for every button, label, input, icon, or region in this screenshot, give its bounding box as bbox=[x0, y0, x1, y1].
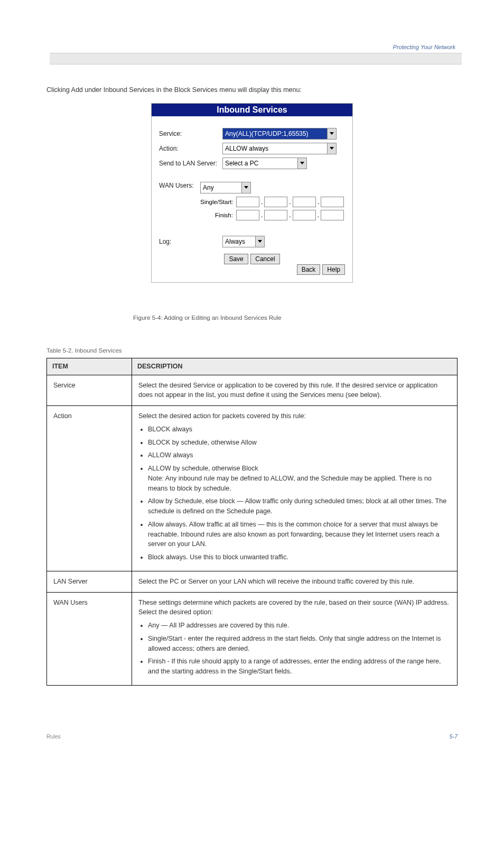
wan-desc-lead: These settings determine which packets a… bbox=[138, 599, 449, 616]
table-cell-item: WAN Users bbox=[47, 592, 132, 685]
footer-right: 5-7 bbox=[450, 733, 458, 740]
table-row: Action Select the desired action for pac… bbox=[47, 406, 458, 571]
chevron-down-icon bbox=[327, 128, 336, 139]
table-cell-item: LAN Server bbox=[47, 571, 132, 592]
log-select[interactable]: Always bbox=[222, 236, 265, 247]
lan-server-label: Send to LAN Server: bbox=[159, 160, 222, 167]
list-item: BLOCK always bbox=[148, 424, 451, 435]
chevron-down-icon bbox=[255, 236, 264, 247]
intro-paragraph: Clicking Add under Inbound Services in t… bbox=[46, 86, 458, 95]
action-select[interactable]: ALLOW always bbox=[222, 143, 337, 154]
table-header-desc: DESCRIPTION bbox=[132, 358, 458, 375]
table-row: LAN Server Select the PC or Server on yo… bbox=[47, 571, 458, 592]
ip-finish-octet-4[interactable] bbox=[321, 210, 344, 220]
table-row: Service Select the desired Service or ap… bbox=[47, 375, 458, 406]
lan-server-select[interactable]: Select a PC bbox=[222, 158, 307, 169]
help-button[interactable]: Help bbox=[322, 264, 345, 275]
inbound-services-panel: Inbound Services Service: Any(ALL)(TCP/U… bbox=[151, 103, 353, 283]
list-item: Allow always. Allow traffic at all times… bbox=[148, 520, 451, 549]
header-bar: Protecting Your Network bbox=[50, 53, 462, 64]
ip-start-octet-1[interactable] bbox=[236, 197, 259, 207]
header-right-text: Protecting Your Network bbox=[393, 44, 455, 50]
footer-left: Rules bbox=[46, 733, 61, 740]
ip-finish-octet-2[interactable] bbox=[264, 210, 287, 220]
chevron-down-icon bbox=[327, 143, 336, 154]
log-select-value: Always bbox=[225, 238, 245, 245]
action-desc-lead: Select the desired action for packets co… bbox=[138, 412, 306, 420]
action-select-value: ALLOW always bbox=[225, 145, 268, 152]
table-cell-item: Service bbox=[47, 375, 132, 406]
chevron-down-icon bbox=[297, 158, 306, 169]
wan-users-select[interactable]: Any bbox=[200, 182, 251, 193]
list-item: ALLOW by schedule, otherwise Block Note:… bbox=[148, 464, 451, 493]
page-footer: Rules 5-7 bbox=[46, 733, 458, 740]
table-cell-desc: These settings determine which packets a… bbox=[132, 592, 458, 685]
wan-users-select-value: Any bbox=[203, 184, 214, 191]
finish-label: Finish: bbox=[200, 212, 233, 218]
list-item: BLOCK by schedule, otherwise Allow bbox=[148, 438, 451, 448]
back-button[interactable]: Back bbox=[297, 264, 321, 275]
list-item: Any — All IP addresses are covered by th… bbox=[148, 621, 451, 631]
list-item: Single/Start - enter the required addres… bbox=[148, 634, 451, 654]
ip-start-octet-2[interactable] bbox=[264, 197, 287, 207]
list-item: ALLOW always bbox=[148, 450, 451, 460]
service-select-value: Any(ALL)(TCP/UDP:1,65535) bbox=[225, 130, 308, 137]
panel-title: Inbound Services bbox=[152, 104, 352, 116]
table-cell-desc: Select the PC or Server on your LAN whic… bbox=[132, 571, 458, 592]
table-caption: Table 5-2. Inbound Services bbox=[46, 347, 458, 354]
table-cell-desc: Select the desired Service or applicatio… bbox=[132, 375, 458, 406]
table-row: WAN Users These settings determine which… bbox=[47, 592, 458, 685]
lan-server-select-value: Select a PC bbox=[225, 160, 258, 167]
log-label: Log: bbox=[159, 238, 222, 245]
chevron-down-icon bbox=[241, 182, 250, 193]
ip-start-octet-4[interactable] bbox=[321, 197, 344, 207]
list-item: Allow by Schedule, else block — Allow tr… bbox=[148, 496, 451, 516]
service-select[interactable]: Any(ALL)(TCP/UDP:1,65535) bbox=[222, 128, 337, 140]
cancel-button[interactable]: Cancel bbox=[250, 254, 279, 264]
single-start-label: Single/Start: bbox=[200, 199, 233, 205]
service-label: Service: bbox=[159, 130, 222, 137]
table-header-item: ITEM bbox=[47, 358, 132, 375]
ip-finish-octet-3[interactable] bbox=[293, 210, 316, 220]
list-item: Block always. Use this to block unwanted… bbox=[148, 552, 451, 562]
action-label: Action: bbox=[159, 145, 222, 152]
ip-start-octet-3[interactable] bbox=[293, 197, 316, 207]
wan-users-label: WAN Users: bbox=[159, 182, 200, 189]
save-button[interactable]: Save bbox=[224, 254, 248, 264]
list-item: Finish - If this rule should apply to a … bbox=[148, 657, 451, 677]
ip-finish-octet-1[interactable] bbox=[236, 210, 259, 220]
figure-caption: Figure 5-4: Adding or Editing an Inbound… bbox=[133, 315, 504, 321]
table-cell-desc: Select the desired action for packets co… bbox=[132, 406, 458, 571]
inbound-services-table: ITEM DESCRIPTION Service Select the desi… bbox=[46, 358, 458, 686]
table-cell-item: Action bbox=[47, 406, 132, 571]
